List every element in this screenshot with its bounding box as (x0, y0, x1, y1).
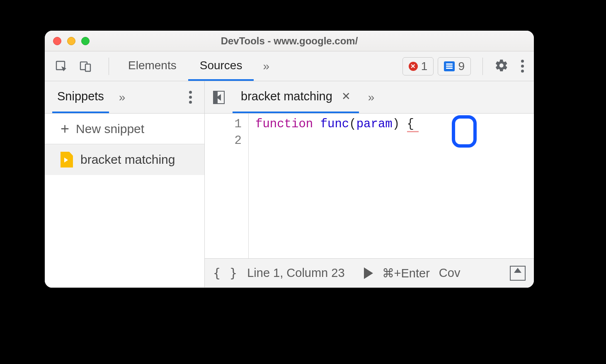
divider (109, 58, 109, 75)
token-open-paren: ( (349, 117, 356, 131)
error-underline (407, 131, 419, 132)
plus-icon: + (61, 120, 69, 138)
settings-icon[interactable] (494, 58, 509, 74)
snippet-item[interactable]: bracket matching (45, 144, 204, 175)
toggle-navigator-icon[interactable] (209, 91, 225, 104)
token-param: param (356, 117, 393, 131)
more-file-tabs-icon[interactable]: » (359, 91, 384, 104)
new-snippet-button[interactable]: + New snippet (45, 114, 204, 144)
window-title: DevTools - www.google.com/ (221, 35, 358, 47)
device-toggle-icon[interactable] (77, 58, 94, 75)
token-brace: { (407, 117, 414, 131)
error-icon: ✕ (409, 62, 418, 71)
body: Snippets » + New snippet bracket matchin… (45, 81, 534, 288)
line-gutter: 1 2 (205, 114, 249, 258)
navigator-tabs: Snippets » (45, 81, 204, 114)
token-keyword: function (255, 117, 313, 131)
snippet-name: bracket matching (80, 153, 175, 167)
zoom-window-button[interactable] (81, 37, 90, 45)
editor-pane: bracket matching ✕ » 1 2 function func(p… (205, 81, 534, 287)
panel-tabs: Elements Sources » (116, 51, 279, 81)
file-tab[interactable]: bracket matching ✕ (233, 81, 359, 113)
close-window-button[interactable] (53, 37, 61, 45)
snippet-file-icon (61, 152, 73, 167)
token-close-paren: ) (393, 117, 400, 131)
tab-sources[interactable]: Sources (188, 51, 254, 81)
error-badge[interactable]: ✕ 1 (402, 57, 434, 75)
message-icon (444, 61, 455, 71)
more-options-icon[interactable] (517, 60, 528, 73)
message-badge[interactable]: 9 (438, 57, 471, 75)
titlebar: DevTools - www.google.com/ (45, 31, 534, 51)
tab-elements[interactable]: Elements (116, 51, 188, 81)
run-snippet-icon[interactable] (364, 267, 373, 279)
annotation-highlight (452, 115, 477, 148)
new-snippet-label: New snippet (76, 122, 144, 136)
more-tabs-icon[interactable]: » (254, 51, 279, 81)
tab-snippets[interactable]: Snippets (52, 81, 109, 113)
divider (482, 58, 483, 75)
cursor-position: Line 1, Column 23 (247, 266, 344, 280)
close-tab-icon[interactable]: ✕ (342, 90, 351, 103)
token-function-name: func (320, 117, 349, 131)
status-bar: { } Line 1, Column 23 ⌘+Enter Cov (205, 258, 534, 287)
toolbar-right: ✕ 1 9 (402, 57, 528, 75)
main-toolbar: Elements Sources » ✕ 1 9 (45, 51, 534, 81)
message-count: 9 (458, 60, 465, 73)
error-count: 1 (421, 60, 428, 73)
file-tabs: bracket matching ✕ » (205, 81, 534, 114)
svg-rect-2 (85, 64, 90, 71)
minimize-window-button[interactable] (67, 37, 75, 45)
devtools-window: DevTools - www.google.com/ Elements Sour… (45, 31, 534, 288)
line-number: 2 (205, 133, 242, 149)
traffic-lights (53, 37, 90, 45)
more-navigator-tabs-icon[interactable]: » (109, 91, 134, 104)
code-content[interactable]: function func(param) { (249, 114, 414, 258)
code-editor[interactable]: 1 2 function func(param) { (205, 114, 534, 258)
line-number: 1 (205, 116, 242, 133)
pretty-print-icon[interactable]: { } (213, 266, 238, 280)
inspect-element-icon[interactable] (53, 58, 70, 75)
drawer-toggle-icon[interactable] (510, 266, 526, 281)
file-tab-label: bracket matching (241, 90, 332, 103)
run-shortcut: ⌘+Enter (382, 266, 430, 280)
navigator-options-icon[interactable] (185, 91, 196, 104)
coverage-label[interactable]: Cov (439, 266, 461, 280)
navigator-pane: Snippets » + New snippet bracket matchin… (45, 81, 205, 287)
